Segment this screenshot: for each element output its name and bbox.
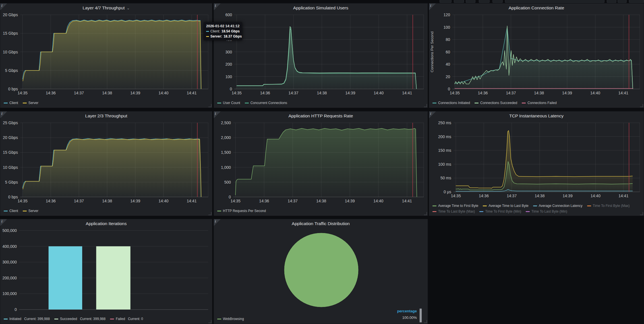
panel-title[interactable]: Layer 4/7 Throughput⌄ [0, 3, 212, 13]
legend-item[interactable]: Server [23, 101, 38, 105]
panel-info-icon[interactable]: i [0, 111, 7, 118]
legend: HTTP Requests Per Second [217, 209, 425, 213]
resize-handle[interactable] [424, 212, 427, 215]
svg-text:14:37: 14:37 [289, 91, 299, 95]
panel-info-icon[interactable]: i [0, 219, 7, 226]
legend-swatch [110, 319, 114, 319]
panel-title[interactable]: TCP Instantaneous Latency [429, 111, 644, 121]
svg-text:14:38: 14:38 [102, 199, 112, 203]
legend-item[interactable]: User Count [217, 101, 240, 105]
svg-text:500,000: 500,000 [2, 228, 17, 233]
legend-item[interactable]: WebBrowsing [217, 317, 244, 321]
svg-text:Connections Per Second: Connections Per Second [430, 32, 434, 72]
legend-label: Server [28, 209, 38, 213]
legend-item[interactable]: FailedCurrent: 0 [110, 317, 143, 321]
legend-item[interactable]: HTTP Requests Per Second [217, 209, 266, 213]
legend-item[interactable]: Connections Failed [522, 101, 557, 105]
chart-tcp-instantaneous-latency[interactable]: 14:3514:3614:3714:3814:3914:4014:410 µs5… [429, 121, 644, 199]
resize-handle[interactable] [424, 320, 427, 323]
resize-handle[interactable] [208, 212, 212, 215]
chart-layer47-throughput[interactable]: 14:3514:3614:3714:3814:3914:4014:410 bps… [0, 13, 212, 96]
svg-text:0 bps: 0 bps [8, 195, 18, 199]
legend-item[interactable]: Average Connection Latency [533, 203, 583, 208]
legend-item[interactable]: Time To Last Byte (Max) [432, 209, 475, 214]
panel-title[interactable]: Application HTTP Requests Rate [214, 111, 428, 121]
legend-item[interactable]: Server [23, 209, 38, 213]
panel-title[interactable]: Application Iterations [0, 219, 212, 228]
legend-swatch [483, 205, 487, 206]
svg-text:14:35: 14:35 [231, 199, 241, 203]
svg-text:5 Gbps: 5 Gbps [5, 68, 18, 73]
legend-swatch [54, 319, 58, 319]
toolbar-button[interactable] [607, 0, 616, 3]
toolbar-button[interactable] [492, 0, 503, 3]
legend-item[interactable]: Concurrent Connections [245, 101, 287, 105]
resize-handle[interactable] [640, 212, 643, 215]
legend-item[interactable]: Connections Initiated [432, 101, 470, 105]
chart-app-iterations[interactable]: 0100,000200,000300,000400,000500,000 [0, 228, 212, 312]
legend-label: HTTP Requests Per Second [223, 209, 266, 213]
resize-handle[interactable] [208, 320, 212, 323]
toolbar-button[interactable] [466, 0, 475, 3]
legend-label: Connections Succeeded [480, 101, 517, 105]
chart-app-connection-rate[interactable]: 14:3514:3614:3714:3814:3914:4014:4102040… [429, 13, 644, 96]
panel-title[interactable]: Application Connection Rate [429, 3, 644, 13]
panel-title-text: Application Iterations [86, 221, 127, 226]
panel-info-icon[interactable]: i [214, 111, 221, 118]
toolbar-time-range-input[interactable] [505, 0, 604, 3]
tooltip-series-value: 18.37 Gbps [223, 34, 242, 38]
legend-current-value: Current: 399,988 [80, 317, 105, 321]
legend-item[interactable]: Client [4, 101, 18, 105]
toolbar-button[interactable] [479, 0, 490, 3]
resize-handle[interactable] [424, 104, 427, 107]
panel-app-http-requests-rate: i Application HTTP Requests Rate 14:3514… [214, 111, 428, 216]
resize-handle[interactable] [640, 104, 643, 107]
legend-swatch [526, 211, 530, 212]
panel-layer47-throughput: i Layer 4/7 Throughput⌄ 14:3514:3614:371… [0, 3, 212, 108]
svg-text:60: 60 [446, 50, 450, 54]
toolbar-button[interactable] [440, 0, 452, 3]
panel-title-text: Layer 2/3 Throughput [85, 113, 127, 119]
toolbar-button[interactable] [629, 0, 644, 3]
legend-current-value: Current: 0 [128, 317, 143, 321]
legend-label: Server [28, 101, 38, 105]
svg-text:120: 120 [444, 13, 450, 17]
svg-text:14:37: 14:37 [74, 199, 84, 203]
panel-title[interactable]: Layer 2/3 Throughput [0, 111, 212, 121]
legend-item[interactable]: Time To First Byte (Min) [479, 209, 521, 214]
chart-layer23-throughput[interactable]: 14:3514:3614:3714:3814:3914:4014:410 bps… [0, 121, 212, 204]
legend: ClientServer [4, 209, 210, 213]
tooltip-timestamp: 2026-01-02 14:41:12 [206, 24, 240, 28]
panel-info-icon[interactable]: i [214, 3, 221, 10]
chart-app-http-requests-rate[interactable]: 14:3514:3614:3714:3814:3914:4014:4105001… [214, 121, 428, 204]
panel-title[interactable]: Application Simulated Users [214, 3, 428, 13]
legend-item[interactable]: InitiatedCurrent: 399,988 [4, 317, 50, 321]
toolbar-button[interactable] [454, 0, 464, 3]
svg-text:600: 600 [225, 13, 232, 17]
svg-text:14:39: 14:39 [130, 199, 140, 203]
chart-app-traffic-distribution-pie[interactable] [214, 228, 428, 307]
legend-item[interactable]: Average Time to Last Byte [483, 203, 529, 208]
legend-item[interactable]: SucceededCurrent: 399,988 [54, 317, 105, 321]
legend-item[interactable]: Time To First Byte (Max) [587, 203, 630, 208]
panel-title[interactable]: Application Traffic Distribution [214, 219, 428, 228]
legend: Average Time to First ByteAverage Time t… [432, 203, 641, 214]
chart-app-simulated-users[interactable]: 14:3514:3614:3714:3814:3914:4014:4101002… [214, 13, 428, 96]
legend-item[interactable]: Average Time to First Byte [432, 203, 478, 208]
toolbar-button[interactable] [618, 0, 627, 3]
panel-info-icon[interactable]: i [214, 219, 221, 226]
legend-swatch [4, 211, 8, 211]
panel-layer23-throughput: i Layer 2/3 Throughput 14:3514:3614:3714… [0, 111, 212, 216]
svg-text:0: 0 [448, 87, 450, 91]
panel-info-icon[interactable]: i [429, 3, 436, 10]
panel-info-icon[interactable]: i [429, 111, 436, 118]
legend-item[interactable]: Client [4, 209, 18, 213]
svg-text:14:35: 14:35 [450, 91, 460, 95]
pie-table-column-header[interactable]: percentage [397, 309, 417, 313]
legend-item[interactable]: Time To Last Byte (Min) [526, 209, 567, 214]
legend-item[interactable]: Connections Succeeded [475, 101, 517, 105]
legend-label: Connections Initiated [438, 101, 470, 105]
resize-handle[interactable] [208, 104, 212, 107]
pie-table-scrollbar[interactable] [419, 308, 422, 323]
panel-info-icon[interactable]: i [0, 3, 7, 10]
